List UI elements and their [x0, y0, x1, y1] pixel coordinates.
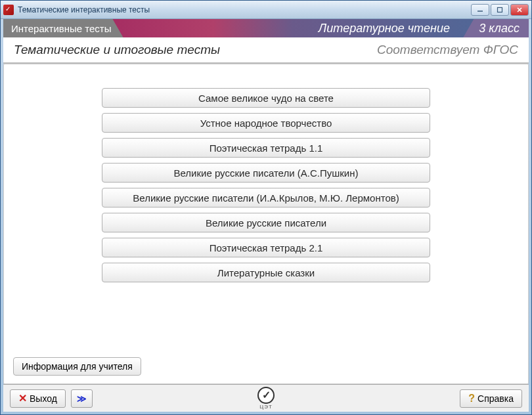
help-icon: ? [468, 393, 475, 404]
subtitle-row: Тематические и итоговые тесты Соответств… [3, 37, 529, 64]
close-button[interactable] [510, 4, 529, 16]
app-window: Тематические интерактивные тесты Интерак… [0, 0, 532, 415]
topic-item[interactable]: Литературные сказки [102, 263, 430, 282]
minimize-icon [477, 7, 483, 13]
next-button[interactable]: ≫ [71, 389, 93, 408]
maximize-icon [497, 7, 503, 13]
topic-label: Великие русские писатели (А.С.Пушкин) [174, 167, 359, 179]
page-title: Тематические и итоговые тесты [14, 43, 220, 57]
footer-logo-caption: ЦЭТ [257, 404, 275, 410]
topic-label: Устное народное творчество [200, 118, 332, 129]
footer-bar: ✕ Выход ≫ ЦЭТ ? Справка [3, 384, 529, 412]
topic-label: Великие русские писатели [206, 217, 326, 229]
topic-item[interactable]: Поэтическая тетрадь 1.1 [102, 138, 430, 158]
topic-label: Поэтическая тетрадь 1.1 [210, 142, 323, 154]
svg-rect-1 [498, 7, 502, 12]
footer-logo: ЦЭТ [257, 387, 275, 410]
topic-item[interactable]: Устное народное творчество [102, 113, 430, 133]
main-frame: Самое великое чудо на свете Устное народ… [3, 64, 529, 384]
titlebar: Тематические интерактивные тесты [1, 1, 531, 19]
help-button[interactable]: ? Справка [460, 389, 522, 408]
header-tab-label: Интерактивные тесты [11, 23, 112, 34]
app-icon [3, 5, 14, 15]
help-label: Справка [477, 393, 514, 404]
topic-item[interactable]: Великие русские писатели (А.С.Пушкин) [102, 163, 430, 183]
header-subject: Литературное чтение [319, 22, 450, 35]
header-banner: Интерактивные тесты Литературное чтение … [3, 19, 529, 37]
topic-label: Самое великое чудо на свете [198, 93, 334, 104]
exit-icon: ✕ [18, 392, 27, 404]
check-circle-icon [257, 387, 275, 404]
topic-item[interactable]: Великие русские писатели (И.А.Крылов, М.… [102, 188, 430, 207]
maximize-button[interactable] [491, 4, 509, 16]
header-grade-label: 3 класс [479, 22, 520, 35]
topic-item[interactable]: Великие русские писатели [102, 213, 430, 232]
close-icon [516, 7, 523, 13]
topic-label: Великие русские писатели (И.А.Крылов, М.… [133, 192, 399, 204]
header-tab: Интерактивные тесты [3, 19, 123, 37]
window-title: Тематические интерактивные тесты [18, 5, 150, 14]
topic-label: Литературные сказки [217, 267, 315, 278]
fgos-badge: Соответствует ФГОС [377, 43, 518, 57]
teacher-info-label: Информация для учителя [22, 361, 133, 372]
client-area: Интерактивные тесты Литературное чтение … [3, 19, 529, 412]
header-grade: 3 класс [463, 19, 529, 37]
teacher-info-button[interactable]: Информация для учителя [13, 357, 141, 376]
topic-label: Поэтическая тетрадь 2.1 [210, 242, 323, 253]
topic-item[interactable]: Поэтическая тетрадь 2.1 [102, 238, 430, 257]
exit-button[interactable]: ✕ Выход [10, 389, 66, 408]
exit-label: Выход [30, 393, 57, 404]
topic-item[interactable]: Самое великое чудо на свете [102, 88, 430, 108]
topic-list: Самое великое чудо на свете Устное народ… [102, 88, 430, 282]
chevron-right-icon: ≫ [77, 393, 87, 404]
minimize-button[interactable] [471, 4, 489, 16]
